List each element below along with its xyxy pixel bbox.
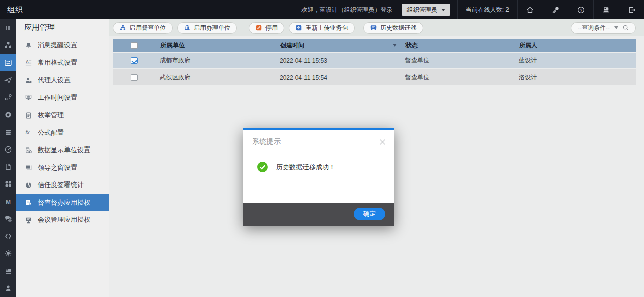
sidebar-item-agent[interactable]: 代理人设置 bbox=[16, 71, 109, 89]
table-row[interactable]: 成都市政府 2022-04-11 15:53 督查单位 蓝设计 bbox=[113, 53, 636, 68]
close-icon[interactable] bbox=[379, 138, 386, 146]
role-dropdown[interactable]: 组织管理员 bbox=[402, 4, 450, 16]
code-icon[interactable] bbox=[0, 228, 16, 245]
migrate-icon bbox=[370, 24, 377, 31]
query-condition-label: --查询条件-- bbox=[578, 24, 610, 32]
icon-rail: M bbox=[0, 19, 16, 297]
building-icon bbox=[184, 24, 191, 31]
system-prompt-dialog: 系统提示 历史数据迁移成功！ 确定 bbox=[243, 128, 394, 226]
sidebar-item-meeting-auth[interactable]: 会议管理应用授权 bbox=[16, 211, 109, 229]
menu-bars-icon[interactable] bbox=[0, 19, 16, 36]
help-icon[interactable]: ? bbox=[568, 0, 593, 19]
column-header-created[interactable]: 创建时间 bbox=[276, 39, 401, 52]
table-row[interactable]: 武侯区政府 2022-04-11 15:54 督查单位 洛设计 bbox=[113, 69, 636, 85]
role-dropdown-label: 组织管理员 bbox=[407, 6, 437, 14]
sidebar-item-supervision-auth[interactable]: 督查督办应用授权 bbox=[16, 194, 109, 212]
reupload-package-button[interactable]: 重新上传业务包 bbox=[289, 22, 355, 34]
home-icon[interactable] bbox=[518, 0, 543, 19]
sidebar-item-formula[interactable]: fx 公式配置 bbox=[16, 124, 109, 142]
cell-created: 2022-04-11 15:54 bbox=[276, 74, 401, 81]
ok-button[interactable]: 确定 bbox=[354, 208, 385, 220]
cell-status: 督查单位 bbox=[401, 73, 515, 82]
svg-text:M: M bbox=[6, 198, 11, 205]
gear-icon[interactable] bbox=[0, 245, 16, 262]
window-icon bbox=[24, 164, 32, 172]
sidebar-item-message-reminder[interactable]: 消息提醒设置 bbox=[16, 36, 109, 54]
chevron-down-icon bbox=[614, 26, 618, 29]
dialog-message: 历史数据迁移成功！ bbox=[276, 163, 335, 172]
org-small-icon bbox=[119, 24, 126, 31]
person-icon[interactable] bbox=[0, 280, 16, 297]
column-header-owner: 所属人 bbox=[515, 39, 636, 52]
sidebar-item-leader-window[interactable]: 领导之窗设置 bbox=[16, 159, 109, 177]
sidebar-title: 应用管理 bbox=[16, 19, 109, 35]
upload-icon bbox=[295, 24, 302, 31]
cell-unit: 成都市政府 bbox=[156, 56, 276, 65]
monitor-icon[interactable] bbox=[0, 263, 16, 280]
history-migrate-button[interactable]: 历史数据迁移 bbox=[363, 22, 423, 34]
key-icon[interactable] bbox=[543, 0, 568, 19]
enable-supervise-unit-button[interactable]: 启用督查单位 bbox=[113, 22, 173, 34]
success-check-icon bbox=[257, 162, 268, 172]
button-label: 启用办理单位 bbox=[194, 24, 230, 32]
row-checkbox[interactable] bbox=[131, 57, 138, 64]
sort-desc-icon[interactable] bbox=[393, 44, 397, 47]
pie-chart-icon bbox=[24, 181, 32, 189]
sidebar-item-label: 领导之窗设置 bbox=[38, 163, 77, 172]
flow-icon[interactable] bbox=[0, 89, 16, 106]
gauge-icon[interactable] bbox=[0, 141, 16, 158]
sidebar: 应用管理 消息提醒设置 A 常用格式设置 代理人设置 工作时间设置 枚举管理 f… bbox=[16, 19, 109, 297]
cell-owner: 蓝设计 bbox=[515, 56, 636, 65]
column-header-unit: 所属单位 bbox=[156, 39, 276, 52]
online-count: 当前在线人数: 2 bbox=[458, 6, 517, 14]
apps-icon[interactable] bbox=[0, 175, 16, 193]
search-icon[interactable] bbox=[622, 24, 629, 31]
button-label: 停用 bbox=[265, 24, 278, 32]
toolbar: 启用督查单位 启用办理单位 停用 重新上传业务包 历史数据迁移 --查询条件-- bbox=[109, 19, 644, 36]
row-checkbox[interactable] bbox=[131, 74, 138, 81]
sidebar-item-label: 信任度签署统计 bbox=[38, 180, 84, 190]
medal-icon[interactable] bbox=[0, 106, 16, 123]
svg-text:fx: fx bbox=[25, 130, 30, 135]
svg-text:?: ? bbox=[580, 7, 582, 12]
logout-icon[interactable] bbox=[619, 0, 644, 19]
sidebar-item-format[interactable]: A 常用格式设置 bbox=[16, 54, 109, 72]
disable-button[interactable]: 停用 bbox=[249, 22, 284, 34]
sidebar-item-enum[interactable]: 枚举管理 bbox=[16, 106, 109, 124]
sidebar-item-trust-stats[interactable]: 信任度签署统计 bbox=[16, 176, 109, 194]
unit-icon bbox=[24, 146, 32, 154]
dialog-footer: 确定 bbox=[243, 203, 394, 226]
send-icon[interactable] bbox=[0, 71, 16, 89]
org-tree-icon[interactable] bbox=[0, 36, 16, 54]
button-label: 历史数据迁移 bbox=[380, 24, 417, 32]
query-condition-dropdown[interactable]: --查询条件-- bbox=[571, 22, 636, 34]
authorization-icon bbox=[24, 199, 32, 207]
letter-m-icon[interactable]: M bbox=[0, 193, 16, 210]
document-icon bbox=[24, 111, 32, 119]
sidebar-item-label: 工作时间设置 bbox=[38, 93, 77, 102]
cell-owner: 洛设计 bbox=[515, 73, 636, 82]
data-table: 所属单位 创建时间 状态 所属人 成都市政府 2022-04-11 15:53 … bbox=[113, 39, 636, 85]
column-header-status: 状态 bbox=[401, 39, 515, 52]
file-icon[interactable] bbox=[0, 158, 16, 175]
stack-icon[interactable] bbox=[0, 124, 16, 141]
table-header-row: 所属单位 创建时间 状态 所属人 bbox=[113, 39, 636, 52]
select-all-checkbox[interactable] bbox=[131, 42, 138, 49]
sidebar-item-display-unit[interactable]: 数据显示单位设置 bbox=[16, 141, 109, 159]
chevron-down-icon bbox=[441, 9, 445, 11]
app-title: 组织 bbox=[0, 5, 23, 15]
chat-icon[interactable] bbox=[0, 210, 16, 228]
sidebar-item-work-time[interactable]: 工作时间设置 bbox=[16, 89, 109, 107]
sidebar-item-label: 督查督办应用授权 bbox=[38, 198, 90, 207]
work-time-icon bbox=[24, 94, 32, 102]
dialog-title: 系统提示 bbox=[252, 137, 281, 146]
sidebar-item-label: 会议管理应用授权 bbox=[38, 215, 90, 225]
app-settings-icon[interactable] bbox=[0, 54, 16, 71]
cell-unit: 武侯区政府 bbox=[156, 73, 276, 82]
workstation-icon[interactable] bbox=[594, 0, 619, 19]
enable-handle-unit-button[interactable]: 启用办理单位 bbox=[177, 22, 237, 34]
meeting-icon bbox=[24, 216, 32, 224]
bell-icon bbox=[24, 41, 32, 49]
top-bar: 组织 欢迎，蓝设计（组织管理员）登录 组织管理员 当前在线人数: 2 ? bbox=[0, 0, 644, 19]
button-label: 启用督查单位 bbox=[129, 24, 166, 32]
